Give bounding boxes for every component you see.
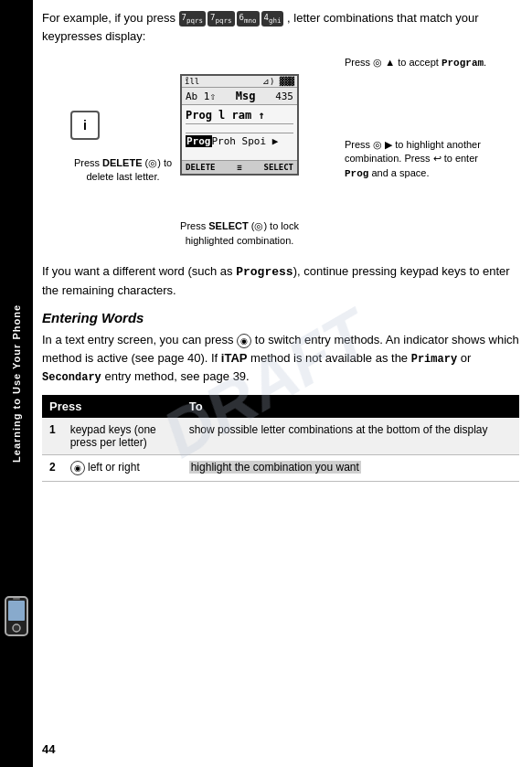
nav-icon-lr: ◉ (70, 461, 85, 475)
diagram-inner: i i̊ll ⊿) ▓▓▓ Ab 1⇧ Msg 435 Prog l ram ↑ (70, 56, 491, 248)
progress-before: If you want a different word (such as (42, 264, 236, 278)
highlight-combination: highlight the combination you want (189, 461, 361, 474)
table-cell-num-2: 2 (42, 454, 63, 481)
svg-rect-3 (13, 598, 20, 600)
table-cell-to-1: show possible letter combinations at the… (182, 418, 519, 455)
key-4: 4ghi (261, 11, 284, 27)
screen-msg: Msg (236, 90, 256, 102)
screen-count: 435 (275, 91, 293, 102)
table-cell-num-1: 1 (42, 418, 63, 455)
screen-divider (186, 124, 293, 133)
nav-icon-switch: ◉ (237, 334, 251, 348)
screen-input-line: Prog l ram ↑ (186, 107, 293, 124)
footer-select: SELECT (263, 163, 293, 172)
screen-body: Prog l ram ↑ Prog Proh Spoi ▶ (182, 105, 297, 160)
phone-icon-wrap (4, 596, 29, 639)
status-right: ⊿) ▓▓▓ (262, 77, 294, 86)
page-container: Learning to Use Your Phone For example, … (0, 0, 532, 767)
intro-text: For example, if you press 7pqrs 7pqrs 6m… (42, 9, 519, 45)
table-header-row: Press To (42, 395, 519, 418)
page-number: 44 (42, 742, 55, 756)
table-row: 1 keypad keys (one press per letter) sho… (42, 418, 519, 455)
intro-text-before: For example, if you press (42, 11, 176, 25)
progress-word: Progress (236, 265, 293, 279)
svg-point-2 (13, 624, 20, 632)
phone-icon (4, 596, 29, 636)
info-icon-container: i (70, 111, 100, 140)
footer-menu: ≡ (237, 163, 241, 172)
key-6: 6mno (237, 11, 260, 27)
table-cell-to-2: highlight the combination you want (182, 454, 519, 481)
keypress-icons: 7pqrs 7pqrs 6mno 4ghi (179, 11, 284, 27)
screen-status-bar: i̊ll ⊿) ▓▓▓ (182, 76, 297, 88)
suggestion-prog: Prog (186, 135, 212, 147)
phone-screen: i̊ll ⊿) ▓▓▓ Ab 1⇧ Msg 435 Prog l ram ↑ P… (180, 74, 299, 176)
main-content: For example, if you press 7pqrs 7pqrs 6m… (33, 0, 532, 767)
info-icon: i (70, 111, 100, 140)
sidebar-label: Learning to Use Your Phone (11, 304, 22, 463)
annotation-select: Press SELECT (◎) to lock highlighted com… (176, 219, 303, 248)
diagram-area: i i̊ll ⊿) ▓▓▓ Ab 1⇧ Msg 435 Prog l ram ↑ (42, 56, 519, 248)
screen-header: Ab 1⇧ Msg 435 (182, 88, 297, 105)
ew-text1: In a text entry screen, you can press (42, 333, 237, 346)
secondary-label: Secondary (42, 371, 101, 384)
table-row: 2 ◉ left or right highlight the combinat… (42, 454, 519, 481)
svg-rect-1 (8, 601, 25, 621)
itap-label: iTAP (221, 351, 248, 365)
annotation-delete: Press DELETE (◎) to delete last letter. (70, 156, 176, 185)
table-header-to: To (182, 395, 519, 418)
status-left: i̊ll (185, 77, 199, 86)
annotation-right-bottom: Press ◎ ▶ to highlight another combinati… (345, 138, 491, 181)
key-7: 7pqrs (179, 11, 206, 27)
annotation-right-top: Press ◎ ▲ to accept Program. (345, 56, 491, 70)
ew-text4: or (457, 351, 471, 365)
screen-suggestion-line: Prog Proh Spoi ▶ (186, 133, 293, 149)
ew-text5: entry method, see page 39. (101, 369, 250, 383)
table-cell-press-1: keypad keys (one press per letter) (63, 418, 182, 455)
annotation-select-label: SELECT (208, 220, 248, 231)
primary-label: Primary (411, 353, 457, 366)
annotation-program: Program (442, 58, 484, 69)
screen-footer: DELETE ≡ SELECT (182, 160, 297, 174)
suggestion-rest: Proh Spoi ▶ (212, 135, 279, 147)
annotation-delete-label: DELETE (102, 157, 142, 168)
footer-delete: DELETE (186, 163, 216, 172)
press-table: Press To 1 keypad keys (one press per le… (42, 395, 519, 482)
key-7b: 7pqrs (207, 11, 234, 27)
section-heading: Entering Words (42, 310, 519, 325)
annotation-prog2: Prog (345, 168, 368, 179)
table-cell-press-2: ◉ left or right (63, 454, 182, 481)
sidebar: Learning to Use Your Phone (0, 0, 33, 767)
entering-words-text: In a text entry screen, you can press ◉ … (42, 331, 519, 386)
progress-text: If you want a different word (such as Pr… (42, 262, 519, 299)
table-header-press: Press (42, 395, 182, 418)
screen-ab: Ab 1⇧ (186, 91, 216, 102)
ew-text3: method is not available as the (247, 351, 410, 365)
